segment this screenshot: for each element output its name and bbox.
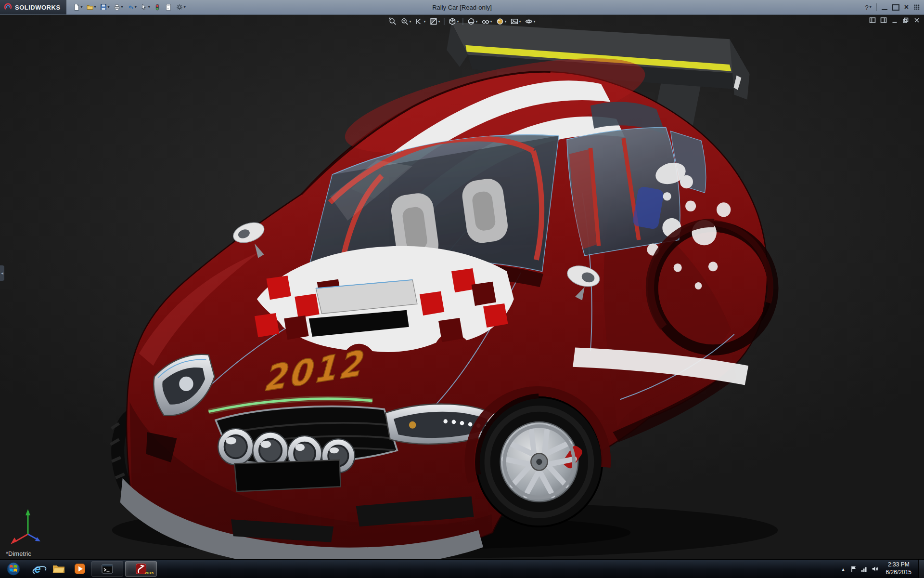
taskbar-internet-explorer[interactable]: e	[27, 561, 48, 577]
display-pane-icon[interactable]	[880, 17, 887, 24]
media-player-icon	[74, 563, 86, 575]
zoom-area-button[interactable]: ▾	[399, 16, 412, 26]
system-tray: ▴ 2:33 PM 6/26/2015	[837, 560, 918, 578]
divider	[876, 3, 877, 11]
close-document-icon[interactable]	[913, 17, 920, 24]
options-button[interactable]: ▾	[174, 2, 187, 12]
main-toolbar: ▾ ▾ ▾ ▾ ▾ ▾	[66, 2, 187, 12]
taskbar-media-player[interactable]	[69, 561, 90, 577]
taskbar-file-explorer[interactable]	[48, 561, 69, 577]
minimize-document-icon[interactable]	[891, 17, 898, 24]
restore-document-icon[interactable]	[902, 17, 909, 24]
window-title: Rally Car [Read-only]	[432, 4, 492, 11]
hide-show-items-button[interactable]: ▾	[480, 16, 494, 26]
volume-icon[interactable]	[872, 565, 878, 572]
display-style-icon	[467, 17, 475, 26]
divider	[462, 18, 463, 25]
clock-time: 2:33 PM	[886, 561, 911, 569]
resources-grid-icon[interactable]	[913, 4, 920, 11]
screen: SOLIDWORKS ▾ ▾ ▾ ▾ ▾	[0, 0, 924, 578]
close-button[interactable]: ×	[904, 3, 909, 11]
view-orientation-icon	[448, 17, 456, 26]
dropdown-caret-icon[interactable]: ▾	[148, 5, 150, 9]
dropdown-caret-icon[interactable]: ▾	[424, 20, 425, 24]
taskbar-solidworks[interactable]: 2015	[125, 561, 157, 577]
tray-flag-icon[interactable]	[850, 565, 857, 572]
open-folder-icon	[86, 3, 94, 11]
tray-network-icon[interactable]	[861, 565, 868, 572]
dropdown-caret-icon[interactable]: ▾	[870, 5, 872, 9]
x-axis-icon	[11, 538, 17, 544]
select-cursor-icon	[140, 3, 148, 11]
open-folder-button[interactable]: ▾	[85, 2, 98, 12]
zoom-to-fit-icon	[388, 17, 397, 26]
clock-date: 6/26/2015	[886, 569, 911, 577]
file-properties-icon	[165, 3, 172, 11]
zoom-to-fit-button[interactable]	[387, 16, 398, 26]
feature-pane-icon[interactable]	[869, 17, 876, 24]
app-logo: SOLIDWORKS	[0, 0, 66, 14]
select-cursor-button[interactable]: ▾	[139, 2, 152, 12]
view-orientation-label: *Dimetric	[6, 550, 31, 557]
taskbar-clock[interactable]: 2:33 PM 6/26/2015	[882, 561, 915, 576]
undo-button[interactable]: ▾	[125, 2, 138, 12]
dropdown-caret-icon[interactable]: ▾	[121, 5, 123, 9]
dropdown-caret-icon[interactable]: ▾	[519, 20, 521, 24]
dropdown-caret-icon[interactable]: ▾	[490, 20, 492, 24]
show-desktop-button[interactable]	[918, 560, 924, 578]
print-button[interactable]: ▾	[112, 2, 125, 12]
viewport-3d[interactable]: ▾ ▾ ▾ ▾ ▾ ▾	[0, 15, 924, 559]
rebuild-icon	[154, 3, 161, 11]
titlebar: SOLIDWORKS ▾ ▾ ▾ ▾ ▾	[0, 0, 924, 15]
previous-view-button[interactable]: ▾	[413, 16, 427, 26]
dropdown-caret-icon[interactable]: ▾	[438, 20, 440, 24]
save-icon	[100, 3, 107, 11]
maximize-button[interactable]	[892, 4, 899, 11]
view-settings-button[interactable]: ▾	[524, 16, 537, 26]
dropdown-caret-icon[interactable]: ▾	[184, 5, 186, 9]
dropdown-caret-icon[interactable]: ▾	[475, 20, 477, 24]
internet-explorer-icon: e	[34, 563, 40, 575]
dropdown-caret-icon[interactable]: ▾	[94, 5, 96, 9]
section-view-button[interactable]: ▾	[428, 16, 441, 26]
view-orientation-button[interactable]: ▾	[447, 16, 460, 26]
panel-flyout-tab[interactable]: ◂	[0, 265, 4, 281]
help-button[interactable]: ?▾	[865, 4, 871, 11]
new-document-icon	[73, 3, 80, 11]
heads-up-toolbar: ▾ ▾ ▾ ▾ ▾ ▾	[387, 16, 537, 26]
file-properties-button[interactable]	[163, 2, 174, 12]
display-style-button[interactable]: ▾	[465, 16, 479, 26]
license-plate	[234, 460, 340, 491]
dropdown-caret-icon[interactable]: ▾	[135, 5, 137, 9]
dropdown-caret-icon[interactable]: ▾	[409, 20, 411, 24]
app-name: SOLIDWORKS	[15, 4, 61, 11]
edit-appearance-button[interactable]: ▾	[495, 16, 508, 26]
dropdown-caret-icon[interactable]: ▾	[534, 20, 536, 24]
minimize-button[interactable]	[882, 4, 887, 10]
zoom-area-icon	[400, 17, 409, 26]
dropdown-caret-icon[interactable]: ▾	[505, 20, 507, 24]
rebuild-button[interactable]	[152, 2, 163, 12]
solidworks-version-badge: 2015	[145, 571, 154, 575]
hidden-icons-button[interactable]: ▴	[840, 565, 847, 573]
apply-scene-button[interactable]: ▾	[509, 16, 523, 26]
taskbar: e	[0, 559, 924, 578]
view-settings-icon	[525, 17, 533, 26]
dropdown-caret-icon[interactable]: ▾	[108, 5, 110, 9]
edit-appearance-icon	[496, 17, 504, 26]
minimize-icon	[882, 4, 887, 10]
window-controls: ?▾ ×	[865, 3, 924, 11]
dropdown-caret-icon[interactable]: ▾	[81, 5, 83, 9]
dropdown-caret-icon[interactable]: ▾	[457, 20, 459, 24]
previous-view-icon	[415, 17, 423, 26]
taskbar-command-prompt[interactable]	[91, 561, 123, 577]
new-document-button[interactable]: ▾	[71, 2, 84, 12]
file-explorer-icon	[52, 564, 65, 574]
save-button[interactable]: ▾	[98, 2, 111, 12]
start-button[interactable]	[0, 560, 27, 578]
close-icon: ×	[904, 3, 909, 11]
orientation-triad	[9, 505, 44, 546]
options-gear-icon	[176, 3, 183, 11]
command-prompt-icon	[102, 564, 113, 574]
model-scene[interactable]: 2012	[0, 15, 924, 559]
